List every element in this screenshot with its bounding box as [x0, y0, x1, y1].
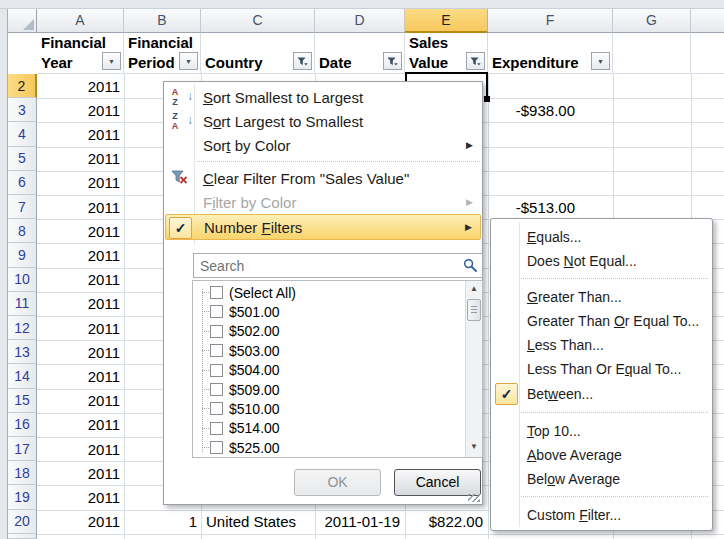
cell-A19[interactable]: 2011	[38, 485, 124, 509]
header-cell-B[interactable]: FinancialPeriod▼	[124, 33, 201, 74]
menu-resize-grip[interactable]	[468, 494, 480, 502]
row-header-3[interactable]: 3	[8, 98, 37, 122]
column-header-G[interactable]: G	[613, 9, 691, 33]
cell-A13[interactable]: 2011	[38, 340, 124, 364]
cell-A7[interactable]: 2011	[38, 195, 124, 219]
row-header-6[interactable]: 6	[8, 171, 37, 195]
cancel-button[interactable]: Cancel	[394, 469, 481, 496]
dropdown-button-F[interactable]: ▼	[591, 52, 610, 70]
row-header-8[interactable]: 8	[8, 219, 37, 243]
menu-item-sort-smallest-to-largest[interactable]: Sort Smallest to LargestAZ↓	[165, 85, 481, 109]
cell-A14[interactable]: 2011	[38, 364, 124, 388]
row-header-13[interactable]: 13	[8, 340, 37, 364]
list-item-value[interactable]: $503.00	[195, 341, 460, 360]
row-header-16[interactable]: 16	[8, 413, 37, 437]
cell-F3[interactable]: -$938.00	[489, 98, 613, 122]
cell-A17[interactable]: 2011	[38, 437, 124, 461]
row-header-14[interactable]: 14	[8, 364, 37, 388]
row-header-5[interactable]: 5	[8, 147, 37, 171]
cell-A16[interactable]: 2011	[38, 413, 124, 437]
filter-button-E[interactable]	[466, 52, 485, 70]
submenu-item-top-10[interactable]: Top 10...	[492, 419, 711, 443]
row-header-12[interactable]: 12	[8, 316, 37, 340]
submenu-item-less-than-or-equal-to[interactable]: Less Than Or Equal To...	[492, 357, 711, 381]
value-checkbox[interactable]	[210, 325, 223, 338]
row-header-15[interactable]: 15	[8, 389, 37, 413]
menu-item-sort-largest-to-smallest[interactable]: Sort Largest to SmallestZA↓	[165, 109, 481, 133]
submenu-item-greater-than-or-equal-to[interactable]: Greater Than Or Equal To...	[492, 309, 711, 333]
menu-item-number-filters[interactable]: Number Filters▶✓	[165, 214, 481, 240]
submenu-item-custom-filter[interactable]: Custom Filter...	[492, 503, 711, 527]
list-item-value[interactable]: $510.00	[195, 399, 460, 418]
cell-A8[interactable]: 2011	[38, 219, 124, 243]
row-header-19[interactable]: 19	[8, 485, 37, 509]
row-header-21[interactable]	[8, 534, 37, 539]
header-cell-F[interactable]: Expenditure▼	[488, 33, 613, 74]
value-checkbox[interactable]	[210, 286, 223, 299]
column-header-A[interactable]: A	[37, 9, 124, 33]
list-item-value[interactable]: $514.00	[195, 419, 460, 438]
column-header-E[interactable]: E	[405, 9, 488, 33]
submenu-item-above-average[interactable]: Above Average	[492, 443, 711, 467]
cell-A18[interactable]: 2011	[38, 461, 124, 485]
submenu-item-less-than[interactable]: Less Than...	[492, 333, 711, 357]
list-item-value[interactable]: $502.00	[195, 322, 460, 341]
select-all-corner[interactable]	[8, 9, 37, 33]
column-header-partial[interactable]	[691, 9, 724, 33]
scroll-up-icon[interactable]: ▲	[466, 281, 482, 297]
row-header-7[interactable]: 7	[8, 195, 37, 219]
cell-E20[interactable]: $822.00	[406, 510, 488, 534]
cell-A5[interactable]: 2011	[38, 147, 124, 171]
cell-A6[interactable]: 2011	[38, 171, 124, 195]
cell-A2[interactable]: 2011	[38, 74, 124, 98]
row-header-20[interactable]: 20	[8, 510, 37, 534]
list-item-value[interactable]: $509.00	[195, 380, 460, 399]
header-cell-D[interactable]: Date	[315, 33, 405, 74]
list-item-value[interactable]: $525.00	[195, 438, 460, 457]
row-header-17[interactable]: 17	[8, 437, 37, 461]
value-checkbox[interactable]	[210, 402, 223, 415]
row-header-9[interactable]: 9	[8, 243, 37, 267]
cell-C20[interactable]: United States	[202, 510, 315, 534]
cell-A11[interactable]: 2011	[38, 292, 124, 316]
cell-A20[interactable]: 2011	[38, 510, 124, 534]
cell-F7[interactable]: -$513.00	[489, 195, 613, 219]
value-checkbox[interactable]	[210, 364, 223, 377]
submenu-item-below-average[interactable]: Below Average	[492, 467, 711, 491]
cell-A15[interactable]: 2011	[38, 389, 124, 413]
value-checkbox[interactable]	[210, 305, 223, 318]
value-checkbox[interactable]	[210, 441, 223, 454]
submenu-item-between[interactable]: Between...✓	[492, 381, 711, 407]
cell-A4[interactable]: 2011	[38, 122, 124, 146]
header-cell-partial[interactable]	[691, 33, 724, 74]
header-cell-E[interactable]: SalesValue	[405, 33, 488, 74]
submenu-item-greater-than[interactable]: Greater Than...	[492, 285, 711, 309]
row-header-4[interactable]: 4	[8, 122, 37, 146]
row-header-2[interactable]: 2	[8, 74, 37, 98]
cell-B20[interactable]: 1	[125, 510, 201, 534]
column-header-D[interactable]: D	[315, 9, 405, 33]
menu-item-sort-by-color[interactable]: Sort by Color▶	[165, 133, 481, 157]
submenu-item-equals[interactable]: Equals...	[492, 225, 711, 249]
header-cell-C[interactable]: Country	[201, 33, 315, 74]
value-checkbox[interactable]	[210, 422, 223, 435]
search-box[interactable]	[193, 253, 483, 278]
cell-A3[interactable]: 2011	[38, 98, 124, 122]
list-item-value[interactable]: (Select All)	[195, 283, 460, 302]
list-item-value[interactable]: $501.00	[195, 302, 460, 321]
row-header-11[interactable]: 11	[8, 292, 37, 316]
dropdown-button-B[interactable]: ▼	[179, 52, 198, 70]
cell-A10[interactable]: 2011	[38, 268, 124, 292]
row-header-18[interactable]: 18	[8, 461, 37, 485]
cell-D20[interactable]: 2011-01-19	[316, 510, 405, 534]
scroll-thumb[interactable]	[467, 299, 481, 321]
value-checkbox[interactable]	[210, 344, 223, 357]
cell-A9[interactable]: 2011	[38, 243, 124, 267]
dropdown-button-A[interactable]: ▼	[102, 52, 121, 70]
submenu-item-does-not-equal[interactable]: Does Not Equal...	[492, 249, 711, 273]
header-cell-G[interactable]	[613, 33, 691, 74]
column-header-B[interactable]: B	[124, 9, 201, 33]
filter-button-D[interactable]	[383, 52, 402, 70]
value-checkbox[interactable]	[210, 383, 223, 396]
scroll-down-icon[interactable]: ▼	[466, 439, 482, 455]
